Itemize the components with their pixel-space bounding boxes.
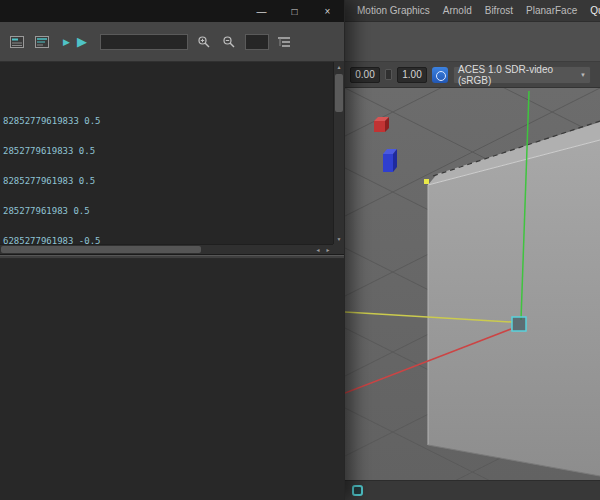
viewport-scene — [345, 88, 600, 480]
manipulator-center-handle[interactable] — [512, 317, 526, 331]
screen: Motion Graphics Arnold Bifrost PlanarFac… — [0, 0, 600, 500]
exposure-field[interactable]: 0.00 — [350, 67, 380, 83]
zoom-in-icon[interactable] — [195, 33, 213, 51]
shelf-tab-bifrost[interactable]: Bifrost — [485, 5, 513, 16]
toolbar-field[interactable] — [245, 34, 269, 50]
execute-line-icon[interactable]: ▶ — [63, 37, 70, 47]
color-management-icon[interactable] — [432, 67, 448, 83]
small-cube-red[interactable] — [374, 117, 389, 132]
gamma-icon — [385, 69, 392, 80]
script-input-pane[interactable] — [0, 259, 344, 500]
cube-object[interactable] — [424, 121, 600, 476]
script-output-pane[interactable]: 82852779619833 0.5 2852779619833 0.5 828… — [0, 62, 344, 255]
horizontal-scrollbar[interactable]: ◄ ► — [0, 244, 333, 254]
horizontal-scroll-arrows: ◄ ► — [313, 245, 333, 254]
minimize-button[interactable]: — — [245, 0, 278, 22]
titlebar[interactable]: — □ × — [0, 0, 344, 22]
scroll-down-icon[interactable]: ▼ — [334, 234, 344, 244]
shelf-tab-qua[interactable]: Qua — [590, 5, 600, 16]
zoom-out-icon[interactable] — [220, 33, 238, 51]
search-input[interactable] — [100, 34, 188, 50]
history-panel-icon[interactable] — [8, 33, 26, 51]
view-transform-label: ACES 1.0 SDR-video (sRGB) — [458, 64, 576, 86]
shelf-tab-bar: Motion Graphics Arnold Bifrost PlanarFac… — [345, 0, 600, 22]
script-editor-toolbar: ▶ ▶ — [0, 22, 344, 62]
viewport-toolbar: 0.00 1.00 ACES 1.0 SDR-video (sRGB) ▼ — [345, 62, 600, 88]
gamma-field[interactable]: 1.00 — [397, 67, 427, 83]
execute-all-icon[interactable]: ▶ — [77, 34, 87, 49]
scrollbar-corner — [333, 244, 344, 254]
output-line: 8285277961983 0.5 — [3, 176, 332, 186]
vertical-scroll-thumb[interactable] — [335, 74, 343, 112]
bottom-bar — [345, 480, 600, 500]
scroll-left-icon[interactable]: ◄ — [313, 245, 323, 254]
vertex-handle[interactable] — [424, 179, 429, 184]
output-line: 6285277961983 -0.5 — [3, 236, 332, 244]
input-panel-icon[interactable] — [33, 33, 51, 51]
small-cube-blue[interactable] — [383, 149, 397, 172]
viewport-3d[interactable] — [345, 88, 600, 480]
script-output-text: 82852779619833 0.5 2852779619833 0.5 828… — [0, 62, 332, 244]
shelf-tab-arnold[interactable]: Arnold — [443, 5, 472, 16]
chevron-down-icon: ▼ — [580, 72, 586, 78]
scroll-right-icon[interactable]: ► — [323, 245, 333, 254]
horizontal-scroll-thumb[interactable] — [1, 246, 201, 253]
maximize-button[interactable]: □ — [278, 0, 311, 22]
shelf-tab-planarface[interactable]: PlanarFace — [526, 5, 577, 16]
close-button[interactable]: × — [311, 0, 344, 22]
script-editor-window: — □ × ▶ ▶ — [0, 0, 345, 500]
view-transform-dropdown[interactable]: ACES 1.0 SDR-video (sRGB) ▼ — [453, 66, 591, 84]
outline-icon[interactable] — [276, 33, 294, 51]
vertical-scrollbar[interactable]: ▲ ▼ — [333, 62, 344, 244]
output-line: 2852779619833 0.5 — [3, 146, 332, 156]
output-line: 285277961983 0.5 — [3, 206, 332, 216]
shelf-area — [345, 22, 600, 62]
output-line: 82852779619833 0.5 — [3, 116, 332, 126]
scroll-up-icon[interactable]: ▲ — [334, 62, 344, 72]
timeline-icon[interactable] — [352, 485, 363, 496]
shelf-tab-motion-graphics[interactable]: Motion Graphics — [357, 5, 430, 16]
